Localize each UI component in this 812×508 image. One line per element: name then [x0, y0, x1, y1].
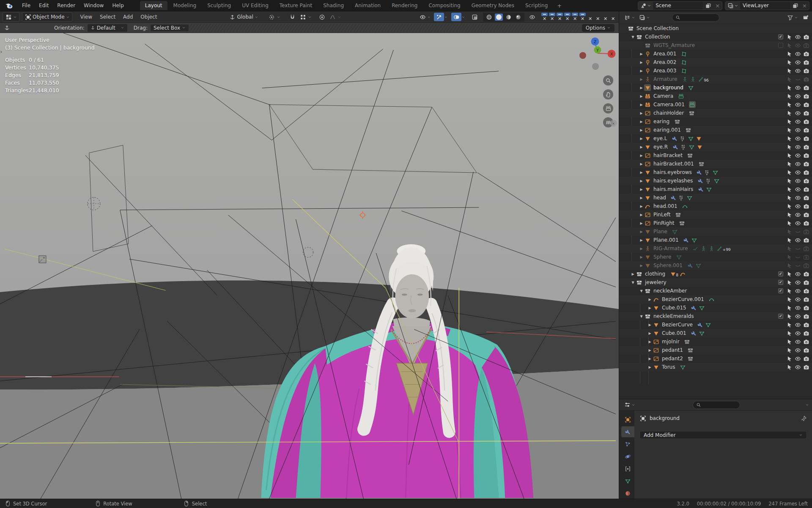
- outliner-search[interactable]: [672, 14, 719, 22]
- outliner-row-wgts-armature[interactable]: WGTS_Armature✓: [619, 41, 812, 50]
- viewport-menu-object[interactable]: Object: [137, 13, 161, 21]
- expand-arrow-icon[interactable]: ▶: [639, 204, 644, 208]
- new-collection-button[interactable]: [802, 14, 809, 21]
- outliner-row-pinleft[interactable]: ▶PinLeft: [619, 210, 812, 219]
- snap-toggle[interactable]: [288, 13, 298, 21]
- camera-view-button[interactable]: [603, 103, 613, 113]
- options-button[interactable]: Options: [582, 24, 614, 32]
- hide-viewport-icon[interactable]: [794, 304, 801, 311]
- overflow-toggle-6[interactable]: ✕: [579, 12, 586, 22]
- hidden-viewport-icon[interactable]: [794, 262, 801, 269]
- viewlayer-unlink-button[interactable]: ×: [800, 3, 809, 9]
- expand-arrow-icon[interactable]: ▼: [639, 289, 644, 293]
- selectable-icon[interactable]: [786, 144, 793, 150]
- render-visibility-icon[interactable]: [803, 101, 809, 108]
- xray-toggle[interactable]: [469, 13, 480, 21]
- workspace-tab-layout[interactable]: Layout: [140, 1, 167, 10]
- expand-arrow-icon[interactable]: ▶: [639, 255, 644, 259]
- workspace-tab-rendering[interactable]: Rendering: [387, 1, 422, 10]
- collection-checkbox[interactable]: ✓: [778, 34, 783, 39]
- render-visibility-icon[interactable]: [803, 220, 809, 226]
- selectable-icon[interactable]: [786, 93, 793, 99]
- outliner-row-pinright[interactable]: ▶PinRight: [619, 219, 812, 227]
- render-visibility-icon[interactable]: [803, 186, 809, 193]
- overflow-toggle-2[interactable]: ✕: [549, 12, 555, 22]
- expand-arrow-icon[interactable]: ▶: [647, 348, 653, 352]
- selectable-icon[interactable]: [786, 160, 793, 167]
- render-visibility-icon[interactable]: [803, 144, 809, 150]
- render-disabled-icon[interactable]: [803, 262, 809, 269]
- hide-viewport-icon[interactable]: [794, 364, 801, 370]
- selectable-icon[interactable]: [786, 84, 793, 91]
- outliner-search-input[interactable]: [683, 15, 712, 20]
- outliner-row-head[interactable]: ▶head: [619, 193, 812, 202]
- render-visibility-icon[interactable]: [803, 169, 809, 176]
- outliner-row-area-001[interactable]: ▶Area.001: [619, 50, 812, 58]
- tab-data-properties[interactable]: [621, 475, 634, 486]
- render-visibility-icon[interactable]: [803, 93, 809, 99]
- expand-arrow-icon[interactable]: ▶: [639, 86, 644, 90]
- outliner-row-scene-collection[interactable]: Scene Collection: [619, 24, 812, 33]
- outliner-row-neckleamber[interactable]: ▼neckleAmber✓: [619, 287, 812, 295]
- properties-options-dropdown[interactable]: [805, 403, 809, 407]
- selectable-icon[interactable]: [786, 330, 793, 337]
- hide-viewport-icon[interactable]: [794, 347, 801, 353]
- outliner-row-hairs-mainhairs[interactable]: ▶hairs.mainHairs: [619, 185, 812, 193]
- blender-logo[interactable]: [5, 2, 14, 9]
- menu-render[interactable]: Render: [53, 1, 80, 10]
- drag-dropdown[interactable]: Select Box: [150, 24, 189, 32]
- outliner-row-sphere-001[interactable]: ▶Sphere.001: [619, 261, 812, 270]
- hide-viewport-icon[interactable]: [794, 330, 801, 337]
- render-visibility-icon[interactable]: [803, 135, 809, 142]
- expand-arrow-icon[interactable]: ▶: [639, 69, 644, 73]
- expand-arrow-icon[interactable]: ▶: [639, 61, 644, 64]
- outliner-row-hairbracket[interactable]: ▶hairBracket: [619, 151, 812, 160]
- expand-arrow-icon[interactable]: ▶: [639, 94, 644, 98]
- outliner-row-head-001[interactable]: ▶head.001: [619, 202, 812, 210]
- outliner-row-area-002[interactable]: ▶Area.002: [619, 58, 812, 66]
- viewlayer-icon[interactable]: [725, 2, 740, 10]
- workspace-tab-uv-editing[interactable]: UV Editing: [237, 1, 274, 10]
- overflow-toggle-8[interactable]: ✕: [595, 12, 601, 22]
- expand-arrow-icon[interactable]: ▼: [639, 315, 644, 318]
- toolbar-expand-arrow[interactable]: ›: [0, 48, 3, 55]
- workspace-tab-modeling[interactable]: Modeling: [168, 1, 202, 10]
- hide-viewport-icon[interactable]: [794, 177, 801, 184]
- tab-object-properties[interactable]: [621, 414, 634, 425]
- expand-arrow-icon[interactable]: ▼: [630, 35, 636, 39]
- outliner-row-pedant2[interactable]: ▶pedant2: [619, 354, 812, 363]
- outliner-row-hairs-eyebrows[interactable]: ▶hairs.eyebrows: [619, 168, 812, 177]
- selectable-icon[interactable]: [786, 42, 793, 49]
- menu-file[interactable]: File: [18, 1, 35, 10]
- selectable-icon[interactable]: [786, 313, 793, 320]
- pan-button[interactable]: [603, 89, 613, 99]
- expand-arrow-icon[interactable]: ▶: [647, 306, 653, 310]
- expand-arrow-icon[interactable]: ▶: [647, 331, 653, 335]
- expand-arrow-icon[interactable]: ▶: [639, 213, 644, 217]
- expand-arrow-icon[interactable]: ▶: [647, 357, 653, 361]
- add-modifier-button[interactable]: Add Modifier: [639, 431, 807, 439]
- expand-arrow-icon[interactable]: ▶: [639, 179, 644, 183]
- render-visibility-icon[interactable]: [803, 127, 809, 133]
- expand-arrow-icon[interactable]: ▶: [639, 154, 644, 157]
- viewlayer-selector[interactable]: ViewLayer ×: [725, 1, 809, 10]
- render-visibility-icon[interactable]: [803, 50, 809, 57]
- selectable-icon[interactable]: [786, 110, 793, 116]
- selectable-icon[interactable]: [786, 271, 793, 277]
- workspace-tab-compositing[interactable]: Compositing: [423, 1, 465, 10]
- overlays-toggle[interactable]: [451, 13, 461, 21]
- menu-help[interactable]: Help: [108, 1, 128, 10]
- hide-viewport-icon[interactable]: [794, 220, 801, 226]
- hide-viewport-icon[interactable]: [794, 84, 801, 91]
- outliner-row-chainholder[interactable]: ▶chainHolder: [619, 109, 812, 117]
- hide-viewport-icon[interactable]: [794, 194, 801, 201]
- render-visibility-icon[interactable]: [803, 304, 809, 311]
- selectable-icon[interactable]: [786, 33, 793, 40]
- expand-arrow-icon[interactable]: ▶: [639, 196, 644, 200]
- scene-copy-button[interactable]: [703, 2, 713, 10]
- outliner-row-camera[interactable]: ▶Camera: [619, 92, 812, 100]
- hide-viewport-icon[interactable]: [794, 42, 801, 49]
- selectable-icon[interactable]: [786, 355, 793, 362]
- overflow-toggle-1[interactable]: ✕: [541, 12, 548, 22]
- hide-viewport-icon[interactable]: [794, 279, 801, 286]
